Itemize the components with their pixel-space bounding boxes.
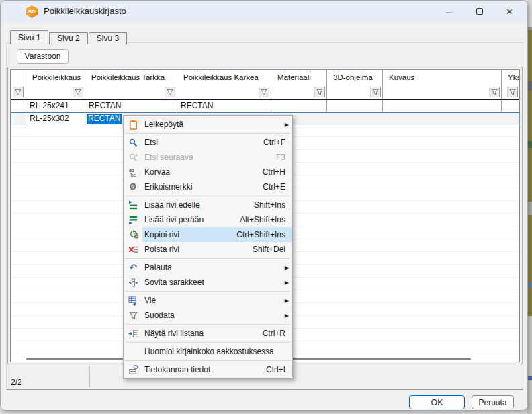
submenu-arrow-icon [285,262,289,272]
menu-item-suodata[interactable]: Suodata [124,308,292,323]
cell-poikkileikkaus[interactable]: RL-25x241 [26,100,85,112]
filter-icon [74,88,82,96]
filter-button-poikkileikkaus[interactable] [73,87,83,97]
svg-text:1: 1 [134,365,136,369]
maximize-button[interactable] [464,1,494,22]
menu-item-erikoismerkki[interactable]: Erikoismerkki Ctrl+E [124,179,292,194]
cell-poikkileikkaus[interactable]: RL-25x302 [26,113,85,125]
menu-separator [125,196,291,196]
tab-strip: Sivu 1 Sivu 2 Sivu 3 [10,30,128,44]
filter-button-3d-ohjelma[interactable] [370,87,381,97]
menu-separator [125,360,291,361]
filter-button-tarkka[interactable] [165,87,175,97]
special-character-icon [128,181,138,192]
header-poikkileikkaus-tarkka[interactable]: Poikkileikkaus Tarkka [85,70,177,85]
cell-tarkka[interactable]: RECTAN [85,100,177,112]
maximize-icon [476,8,483,15]
cell-karkea[interactable]: RECTAN [177,100,271,112]
menu-item-palauta[interactable]: Palauta [124,260,292,275]
copy-row-icon [128,229,138,240]
menu-separator [125,324,291,325]
fit-columns-icon [128,277,138,288]
menu-separator [125,258,291,259]
menu-item-sovita-sarakkeet[interactable]: Sovita sarakkeet [124,275,292,290]
search-icon [128,137,138,148]
menu-separator [125,291,291,292]
menu-item-kopioi-rivi[interactable]: Kopioi rivi Ctrl+Shift+Ins [124,227,292,242]
filter-icon [371,88,380,96]
menu-item-lisaa-rivi-edelle[interactable]: Lisää rivi edelle Shift+Ins [124,198,292,212]
header-poikkileikkaus-karkea[interactable]: Poikkileikkaus Karkea [177,70,271,85]
varastoon-button[interactable]: Varastoon [17,49,69,64]
export-icon [128,295,138,306]
menu-item-lisaa-rivi-peraan[interactable]: Lisää rivi perään Alt+Shift+Ins [124,212,292,227]
app-icon: BD [26,5,38,18]
filter-icon [316,88,324,96]
header-3d-ohjelma[interactable]: 3D-ohjelma [326,70,382,85]
menu-separator [125,342,291,343]
svg-text:ab: ab [128,167,134,172]
submenu-arrow-icon [285,310,289,319]
menu-item-nayta-rivi-listana[interactable]: Näytä rivi listana Ctrl+R [124,326,292,341]
menu-item-huomioi-kirjainkoko[interactable]: Huomioi kirjainkoko aakkostuksessa [124,344,292,359]
filter-icon [128,310,138,321]
database-info-icon: 1 [128,364,138,375]
ok-button[interactable]: OK [409,395,465,409]
header-poikkileikkaus[interactable]: Poikkileikkaus [26,70,85,85]
context-menu: Leikepöytä Etsi Ctrl+F Etsi seuraava F3 … [123,115,293,379]
undo-icon [128,262,138,273]
window-title: Poikkileikkauskirjasto [44,1,126,22]
minimize-button[interactable] [434,1,464,22]
submenu-arrow-icon [285,277,289,286]
filter-icon [14,88,22,96]
menu-separator [125,133,291,134]
row-count: 2/2 [11,378,22,387]
filter-icon [260,88,268,96]
cell-tarkka-selected[interactable]: RECTAN [87,114,122,124]
menu-item-etsi[interactable]: Etsi Ctrl+F [124,135,292,150]
table-row[interactable]: RL-25x241 RECTAN RECTAN [11,100,519,112]
screen: BD Poikkileikkauskirjasto Sivu 1 Sivu 2 … [0,0,532,414]
filter-button-row-selector[interactable] [13,87,24,97]
header-yks[interactable]: Yks [501,70,519,85]
header-kuvaus[interactable]: Kuvaus [382,70,501,85]
filter-icon [508,88,517,96]
window-controls [434,1,525,22]
header-materiaali[interactable]: Materiaali [271,70,326,85]
menu-item-korvaa[interactable]: abac Korvaa Ctrl+H [124,165,292,179]
menu-item-leikepoyta[interactable]: Leikepöytä [124,117,292,132]
menu-item-vie[interactable]: Vie [124,293,292,308]
tab-sivu-2[interactable]: Sivu 2 [49,32,87,44]
tab-sivu-3[interactable]: Sivu 3 [89,32,127,44]
app-badge-text: BD [28,9,36,15]
insert-row-before-icon [128,200,138,210]
submenu-arrow-icon [285,295,289,304]
tab-sivu-1[interactable]: Sivu 1 [10,30,48,44]
svg-text:ac: ac [130,173,136,177]
titlebar: BD Poikkileikkauskirjasto [1,1,527,22]
submenu-arrow-icon [285,119,289,128]
filter-icon [166,88,174,96]
replace-icon: abac [128,167,138,177]
cancel-button[interactable]: Peruuta [472,395,514,409]
insert-row-after-icon [128,214,138,225]
dialog-poikkileikkauskirjasto: BD Poikkileikkauskirjasto Sivu 1 Sivu 2 … [0,0,528,411]
menu-item-etsi-seuraava[interactable]: Etsi seuraava F3 [124,150,292,165]
delete-row-icon [128,244,138,255]
filter-icon [490,88,498,96]
status-divider [89,366,90,387]
filter-button-materiaali[interactable] [314,87,325,97]
filter-button-kuvaus[interactable] [489,87,500,97]
close-button[interactable] [494,1,525,22]
filter-button-yks[interactable] [507,87,518,97]
search-next-icon [128,152,138,163]
show-row-list-icon [128,328,138,339]
filter-button-karkea[interactable] [259,87,269,97]
menu-item-poista-rivi[interactable]: Poista rivi Shift+Del [124,242,292,257]
menu-item-tietokannan-tiedot[interactable]: 1 Tietokannan tiedot Ctrl+I [124,362,292,377]
clipboard-icon [128,119,138,130]
